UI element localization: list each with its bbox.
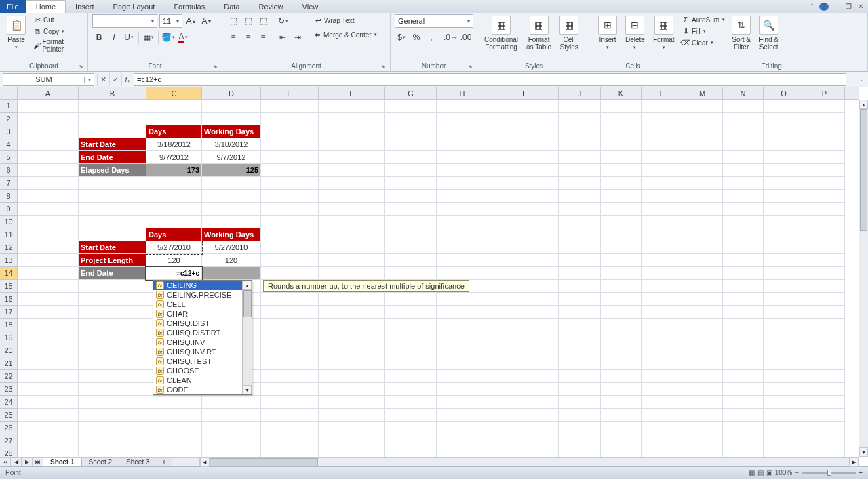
row-header-6[interactable]: 6 (0, 164, 17, 177)
minimize-icon[interactable]: — (831, 3, 841, 11)
autocomplete-item[interactable]: fxCHISQ.DIST.RT (153, 328, 252, 338)
format-painter-button[interactable]: 🖌Format Painter (31, 37, 83, 54)
font-launcher[interactable]: ⬊ (213, 64, 218, 70)
cell-D13[interactable]: 120 (202, 254, 261, 267)
column-header-I[interactable]: I (488, 87, 559, 99)
formula-input[interactable]: =c12+c (134, 73, 846, 86)
column-header-F[interactable]: F (319, 87, 385, 99)
autocomplete-item[interactable]: fxCODE (153, 385, 252, 394)
tab-review[interactable]: Review (249, 0, 292, 13)
row-header-5[interactable]: 5 (0, 151, 17, 164)
view-layout-icon[interactable]: ▤ (757, 469, 764, 476)
fill-button[interactable]: ⬇Fill▾ (679, 26, 726, 37)
scroll-up-button[interactable]: ▲ (859, 100, 868, 109)
horizontal-scrollbar[interactable]: ◀ ▶ (199, 458, 859, 466)
cell-D14[interactable] (202, 267, 261, 280)
view-normal-icon[interactable]: ▦ (749, 469, 755, 476)
row-header-18[interactable]: 18 (0, 319, 17, 331)
cell-C14[interactable]: =c12+c (146, 267, 202, 280)
cell-styles-button[interactable]: ▦Cell Styles (557, 14, 581, 52)
font-color-button[interactable]: A (176, 30, 190, 44)
enter-formula-button[interactable]: ✓ (109, 73, 121, 86)
autocomplete-item[interactable]: fxCHISQ.INV (153, 338, 252, 347)
row-header-11[interactable]: 11 (0, 228, 17, 241)
close-icon[interactable]: ✕ (856, 3, 865, 11)
sort-filter-button[interactable]: ⇅Sort & Filter (729, 14, 753, 52)
italic-button[interactable]: I (107, 30, 121, 44)
autocomplete-item[interactable]: fxCHISQ.INV.RT (153, 347, 252, 357)
cell-D4[interactable]: 3/18/2012 (202, 138, 261, 151)
column-header-G[interactable]: G (385, 87, 437, 99)
column-header-H[interactable]: H (437, 87, 488, 99)
row-header-24[interactable]: 24 (0, 396, 17, 409)
align-left-button[interactable]: ≡ (226, 30, 240, 44)
column-header-B[interactable]: B (79, 87, 146, 99)
row-header-26[interactable]: 26 (0, 422, 17, 434)
sheet-tab-1[interactable]: Sheet 1 (43, 458, 82, 466)
column-header-M[interactable]: M (682, 87, 723, 99)
zoom-in-button[interactable]: + (859, 469, 863, 476)
accounting-format-button[interactable]: $ (395, 30, 408, 44)
tab-home[interactable]: Home (26, 0, 66, 13)
zoom-slider[interactable] (802, 472, 856, 474)
row-header-2[interactable]: 2 (0, 113, 17, 125)
column-header-A[interactable]: A (18, 87, 79, 99)
first-sheet-button[interactable]: ⏮ (0, 458, 11, 466)
alignment-launcher[interactable]: ⬊ (381, 64, 386, 70)
format-as-table-button[interactable]: ▦Format as Table (524, 14, 554, 52)
decrease-indent-button[interactable]: ⇤ (276, 30, 290, 44)
cut-button[interactable]: ✂Cut (31, 14, 83, 25)
decrease-decimal-button[interactable]: .00 (459, 30, 473, 44)
increase-indent-button[interactable]: ⇥ (291, 30, 304, 44)
autocomplete-item[interactable]: fxCHISQ.DIST (153, 319, 252, 328)
cell-B5[interactable]: End Date (79, 151, 146, 164)
row-header-4[interactable]: 4 (0, 138, 17, 151)
zoom-out-button[interactable]: − (795, 469, 799, 476)
row-header-27[interactable]: 27 (0, 434, 17, 447)
column-header-C[interactable]: C (146, 87, 202, 99)
sheet-tab-2[interactable]: Sheet 2 (82, 458, 119, 466)
font-family-combo[interactable]: ▾ (92, 14, 157, 28)
cell-C3[interactable]: Days (146, 125, 202, 138)
conditional-formatting-button[interactable]: ▦Conditional Formatting (481, 14, 521, 52)
row-header-8[interactable]: 8 (0, 190, 17, 203)
number-launcher[interactable]: ⬊ (468, 64, 473, 70)
cell-C12[interactable]: 5/27/2010 (146, 241, 202, 254)
autocomplete-item[interactable]: fxCEILING.PRECISE (153, 290, 252, 300)
row-header-13[interactable]: 13 (0, 254, 17, 267)
decrease-font-button[interactable]: A▼ (200, 14, 214, 28)
orientation-button[interactable]: ↻ (276, 14, 290, 28)
cell-C5[interactable]: 9/7/2012 (146, 151, 202, 164)
scroll-right-button[interactable]: ▶ (849, 458, 859, 467)
help-icon[interactable]: ? (819, 3, 829, 11)
autocomplete-item[interactable]: fxCLEAN (153, 375, 252, 385)
row-header-3[interactable]: 3 (0, 125, 17, 138)
autosum-button[interactable]: ΣAutoSum▾ (679, 14, 726, 25)
row-header-7[interactable]: 7 (0, 177, 17, 190)
prev-sheet-button[interactable]: ◀ (11, 458, 22, 466)
copy-button[interactable]: ⧉Copy▾ (31, 26, 83, 37)
vscroll-thumb[interactable] (860, 109, 867, 231)
row-header-16[interactable]: 16 (0, 293, 17, 306)
spreadsheet-grid[interactable]: ABCDEFGHIJKLMNOP 12345678910111213141516… (0, 87, 868, 466)
row-header-14[interactable]: 14 (0, 267, 17, 280)
increase-decimal-button[interactable]: .0→ (444, 30, 458, 44)
tab-page-layout[interactable]: Page Layout (104, 0, 165, 13)
percent-format-button[interactable]: % (410, 30, 423, 44)
borders-button[interactable]: ▦ (142, 30, 155, 44)
tab-data[interactable]: Data (214, 0, 249, 13)
column-header-E[interactable]: E (261, 87, 319, 99)
scroll-left-button[interactable]: ◀ (200, 458, 210, 467)
insert-function-button[interactable]: fₓ (121, 73, 134, 86)
find-select-button[interactable]: 🔍Find & Select (756, 14, 781, 52)
format-cells-button[interactable]: ▦Format▾ (650, 14, 677, 52)
clipboard-launcher[interactable]: ⬊ (79, 64, 83, 70)
column-header-O[interactable]: O (764, 87, 804, 99)
row-header-10[interactable]: 10 (0, 216, 17, 228)
cell-B13[interactable]: Project Length (79, 254, 146, 267)
cell-C11[interactable]: Days (146, 228, 202, 241)
row-header-1[interactable]: 1 (0, 100, 17, 113)
cell-D12[interactable]: 5/27/2010 (202, 241, 261, 254)
number-format-combo[interactable]: General▾ (395, 14, 473, 28)
cell-B12[interactable]: Start Date (79, 241, 146, 254)
